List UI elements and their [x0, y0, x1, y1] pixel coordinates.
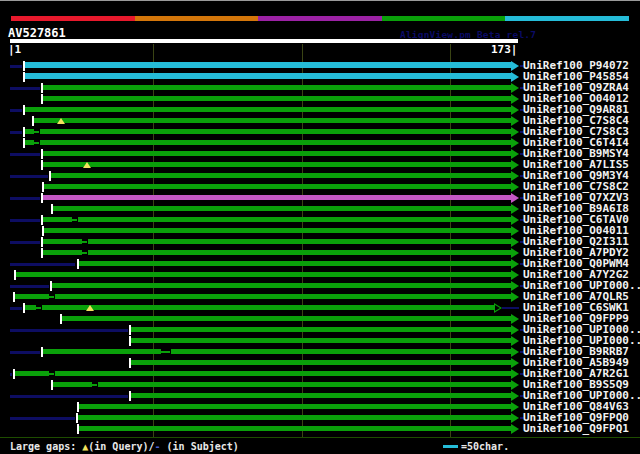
hit-arrow-inner	[495, 305, 500, 311]
hit-arrow-icon[interactable]	[511, 149, 519, 159]
hit-arrow-icon[interactable]	[511, 237, 519, 247]
hit-bar[interactable]	[15, 371, 511, 376]
hit-arrow-icon[interactable]	[511, 61, 519, 71]
hit-arrow-icon[interactable]	[511, 160, 519, 170]
hit-bar[interactable]	[43, 349, 511, 354]
hit-arrow-icon[interactable]	[511, 336, 519, 346]
hit-bar[interactable]	[43, 250, 511, 255]
subject-extension-line	[10, 351, 40, 354]
subject-gap-dash	[82, 252, 87, 254]
hit-arrow-icon[interactable]	[511, 358, 519, 368]
subject-extension-line	[10, 131, 22, 134]
hit-bar[interactable]	[16, 272, 511, 277]
hit-bar[interactable]	[25, 305, 494, 310]
subject-extension-line	[10, 153, 40, 156]
hit-bar[interactable]	[44, 184, 511, 189]
hit-bar[interactable]	[43, 239, 511, 244]
hit-arrow-icon[interactable]	[511, 314, 519, 324]
hit-bar[interactable]	[131, 360, 511, 365]
hit-arrow-icon[interactable]	[511, 83, 519, 93]
hit-bar[interactable]	[78, 415, 511, 420]
subject-extension-line	[10, 175, 48, 178]
subject-extension-line	[10, 109, 22, 112]
hit-bar[interactable]	[62, 316, 511, 321]
query-gap-triangle-icon	[83, 162, 91, 168]
subject-extension-line	[10, 285, 49, 288]
hit-bar[interactable]	[43, 195, 511, 200]
legend-query-part: (in Query)/	[88, 441, 154, 452]
hit-bar[interactable]	[52, 283, 511, 288]
hit-bar[interactable]	[25, 140, 511, 145]
alignment-plot: UniRef100_P94072UniRef100_P45854UniRef10…	[0, 0, 640, 454]
hit-bar[interactable]	[53, 382, 511, 387]
subject-trailing-line	[502, 307, 519, 309]
scale-legend-label: =50char.	[461, 441, 509, 453]
subject-extension-line	[10, 87, 40, 90]
hit-arrow-icon[interactable]	[511, 248, 519, 258]
gap-legend: Large gaps: ▲(in Query)/- (in Subject)	[10, 441, 239, 453]
hit-bar[interactable]	[25, 107, 511, 112]
hit-arrow-icon[interactable]	[511, 116, 519, 126]
hit-arrow-icon[interactable]	[511, 138, 519, 148]
hit-arrow-icon[interactable]	[511, 204, 519, 214]
hit-arrow-icon[interactable]	[511, 402, 519, 412]
subject-extension-line	[10, 395, 128, 398]
subject-extension-line	[10, 65, 22, 68]
hit-arrow-icon[interactable]	[511, 72, 519, 82]
hit-arrow-icon[interactable]	[511, 391, 519, 401]
legend-prefix: Large gaps:	[10, 441, 82, 452]
alignment-viewer: 20%~40%~60%~80%~100% AV527861 AlignView.…	[0, 0, 640, 454]
hit-bar[interactable]	[131, 393, 511, 398]
plot-bottom-line	[0, 437, 640, 438]
hit-bar[interactable]	[34, 118, 511, 123]
hit-bar[interactable]	[43, 96, 511, 101]
hit-bar[interactable]	[43, 217, 511, 222]
hit-bar[interactable]	[131, 327, 511, 332]
hit-arrow-icon[interactable]	[511, 325, 519, 335]
hit-arrow-icon[interactable]	[511, 105, 519, 115]
hit-arrow-icon[interactable]	[511, 413, 519, 423]
hit-bar[interactable]	[131, 338, 511, 343]
subject-gap-dash	[92, 384, 97, 386]
hit-arrow-icon[interactable]	[511, 380, 519, 390]
hit-arrow-icon[interactable]	[511, 215, 519, 225]
subject-extension-line	[10, 329, 128, 332]
hit-arrow-icon[interactable]	[511, 292, 519, 302]
scale-legend-line	[443, 445, 458, 448]
hit-arrow-icon[interactable]	[511, 193, 519, 203]
legend-subject-part: (in Subject)	[161, 441, 239, 452]
hit-bar[interactable]	[43, 162, 511, 167]
hit-bar[interactable]	[25, 129, 511, 134]
hit-bar[interactable]	[44, 228, 511, 233]
subject-extension-line	[10, 307, 22, 310]
hit-bar[interactable]	[25, 62, 511, 68]
hit-arrow-icon[interactable]	[511, 259, 519, 269]
hit-bar[interactable]	[79, 261, 511, 266]
hit-arrow-icon[interactable]	[511, 171, 519, 181]
hit-bar[interactable]	[25, 73, 511, 79]
hit-arrow-icon[interactable]	[511, 270, 519, 280]
hit-arrow-icon[interactable]	[511, 424, 519, 434]
subject-extension-line	[10, 373, 12, 376]
hit-arrow-icon[interactable]	[511, 281, 519, 291]
subject-gap-dash	[82, 241, 87, 243]
hit-bar[interactable]	[43, 85, 511, 90]
subject-gap-dash	[36, 307, 41, 309]
query-gap-triangle-icon	[86, 305, 94, 311]
hit-bar[interactable]	[15, 294, 511, 299]
hit-bar[interactable]	[51, 173, 511, 178]
subject-gap-dash	[49, 296, 54, 298]
hit-bar[interactable]	[53, 206, 511, 211]
hit-arrow-icon[interactable]	[511, 182, 519, 192]
hit-bar[interactable]	[79, 426, 511, 431]
hit-arrow-icon[interactable]	[511, 369, 519, 379]
hit-arrow-icon[interactable]	[511, 226, 519, 236]
hit-bar[interactable]	[43, 151, 511, 156]
hit-arrow-icon[interactable]	[511, 94, 519, 104]
hit-label[interactable]: UniRef100_Q9FPQ1	[523, 423, 629, 435]
hit-arrow-icon[interactable]	[511, 347, 519, 357]
hit-bar[interactable]	[79, 404, 511, 409]
query-gap-triangle-icon	[57, 118, 65, 124]
hit-arrow-icon[interactable]	[511, 127, 519, 137]
subject-extension-line	[10, 197, 40, 200]
